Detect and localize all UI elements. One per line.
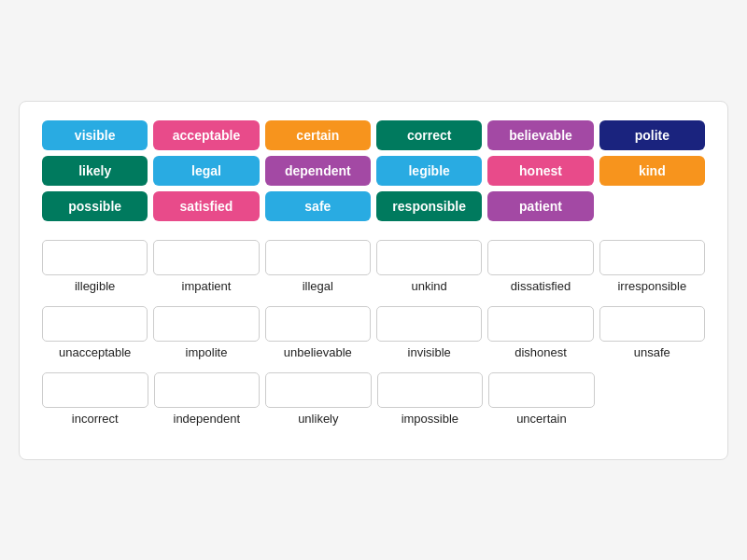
drop-row-0 xyxy=(42,240,705,275)
drop-box-1-1[interactable] xyxy=(153,306,259,342)
word-chip-patient[interactable]: patient xyxy=(487,191,593,221)
word-chip-polite[interactable]: polite xyxy=(599,120,705,150)
word-chip-possible[interactable]: possible xyxy=(42,191,148,221)
drop-box-0-4[interactable] xyxy=(487,240,593,275)
word-chip-honest[interactable]: honest xyxy=(487,156,593,186)
main-container: visibleacceptablecertaincorrectbelievabl… xyxy=(19,101,728,460)
word-chip-safe[interactable]: safe xyxy=(265,191,371,221)
drop-box-2-2[interactable] xyxy=(265,372,372,408)
word-chip-believable[interactable]: believable xyxy=(487,120,593,150)
drop-box-2-0[interactable] xyxy=(42,372,148,408)
drop-label-1-1: impolite xyxy=(153,345,259,359)
drop-box-1-2[interactable] xyxy=(265,306,371,342)
drop-label-0-1: impatient xyxy=(153,279,259,293)
drop-box-1-0[interactable] xyxy=(42,306,148,342)
drop-label-1-3: invisible xyxy=(376,345,482,359)
drop-box-0-1[interactable] xyxy=(153,240,259,275)
drop-label-0-4: dissatisfied xyxy=(487,279,593,293)
label-row-1: unacceptableimpoliteunbelievableinvisibl… xyxy=(42,345,705,359)
drop-label-1-0: unacceptable xyxy=(42,345,148,359)
drop-box-0-0[interactable] xyxy=(42,240,148,275)
drop-box-2-1[interactable] xyxy=(154,372,261,408)
word-chip-legal[interactable]: legal xyxy=(153,156,259,186)
drop-section: illegibleimpatientillegalunkinddissatisf… xyxy=(42,240,705,426)
drop-label-1-5: unsafe xyxy=(599,345,705,359)
drop-label-0-3: unkind xyxy=(376,279,482,293)
drop-row-1 xyxy=(42,306,705,342)
drop-label-1-2: unbelievable xyxy=(265,345,371,359)
drop-box-0-3[interactable] xyxy=(376,240,482,275)
drop-label-2-2: unlikely xyxy=(265,412,372,426)
drop-row-2 xyxy=(42,372,595,408)
drop-label-0-0: illegible xyxy=(42,279,148,293)
label-row-0: illegibleimpatientillegalunkinddissatisf… xyxy=(42,279,705,293)
word-chip-kind[interactable]: kind xyxy=(599,156,705,186)
word-chip-responsible[interactable]: responsible xyxy=(376,191,482,221)
drop-box-1-5[interactable] xyxy=(599,306,705,342)
drop-box-2-4[interactable] xyxy=(488,372,595,408)
word-chip-acceptable[interactable]: acceptable xyxy=(153,120,259,150)
drop-box-0-2[interactable] xyxy=(265,240,371,275)
word-chip-satisfied[interactable]: satisfied xyxy=(153,191,259,221)
label-row-2: incorrectindependentunlikelyimpossibleun… xyxy=(42,412,595,426)
drop-label-2-1: independent xyxy=(154,412,261,426)
drop-box-1-3[interactable] xyxy=(376,306,482,342)
drop-label-2-0: incorrect xyxy=(42,412,148,426)
word-chip-certain[interactable]: certain xyxy=(265,120,371,150)
drop-label-0-5: irresponsible xyxy=(599,279,705,293)
drop-label-2-4: uncertain xyxy=(488,412,595,426)
word-chip-dependent[interactable]: dependent xyxy=(265,156,371,186)
drop-box-2-3[interactable] xyxy=(377,372,484,408)
drop-box-0-5[interactable] xyxy=(599,240,705,275)
drop-label-0-2: illegal xyxy=(265,279,371,293)
word-bank: visibleacceptablecertaincorrectbelievabl… xyxy=(42,120,705,221)
word-chip-correct[interactable]: correct xyxy=(376,120,482,150)
drop-label-2-3: impossible xyxy=(377,412,484,426)
word-chip-likely[interactable]: likely xyxy=(42,156,148,186)
word-chip-visible[interactable]: visible xyxy=(42,120,148,150)
word-chip-legible[interactable]: legible xyxy=(376,156,482,186)
drop-label-1-4: dishonest xyxy=(487,345,593,359)
drop-box-1-4[interactable] xyxy=(487,306,593,342)
